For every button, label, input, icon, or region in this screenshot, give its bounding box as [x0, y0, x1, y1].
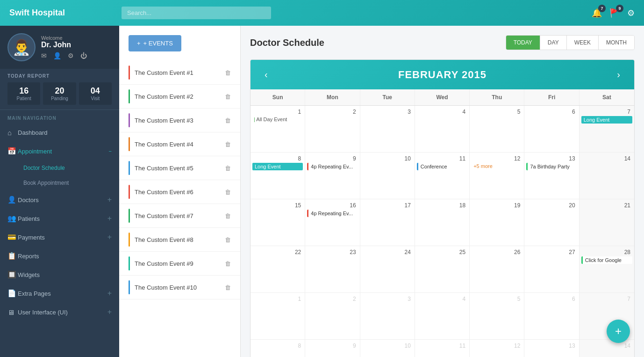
sidebar-item-payments[interactable]: 💳 Payments +: [0, 228, 119, 247]
cal-cell-feb5[interactable]: 5: [470, 106, 524, 153]
cal-cell-mar11[interactable]: 11: [415, 340, 470, 357]
email-icon[interactable]: ✉: [41, 52, 47, 59]
event-google[interactable]: Click for Google: [581, 256, 632, 264]
event-delete-icon[interactable]: 🗑: [225, 212, 231, 219]
notifications-bell[interactable]: 🔔 7: [592, 8, 602, 18]
event-delete-icon[interactable]: 🗑: [225, 141, 231, 148]
profile-icon[interactable]: 👤: [53, 52, 61, 59]
event-delete-icon[interactable]: 🗑: [225, 284, 231, 291]
cal-cell-feb8[interactable]: 8 Long Event: [250, 153, 305, 199]
event-repeating-9[interactable]: 4p Repeating Ev...: [307, 163, 358, 170]
today-report: TODAY REPORT 16 Patient 20 Panding 04 Vi…: [0, 69, 119, 110]
search-box[interactable]: [122, 7, 271, 19]
logout-icon[interactable]: ⏻: [80, 52, 87, 59]
event-delete-icon[interactable]: 🗑: [225, 165, 231, 172]
event-repeating-16[interactable]: 4p Repeating Ev...: [307, 210, 358, 217]
event-delete-icon[interactable]: 🗑: [225, 117, 231, 124]
sidebar-label-doctor-schedule: Doctor Schedule: [23, 165, 65, 171]
event-delete-icon[interactable]: 🗑: [225, 69, 231, 76]
sidebar-item-dashboard[interactable]: ⌂ Dashboard: [0, 124, 119, 142]
sidebar-item-widgets[interactable]: 🔲 Widgets: [0, 265, 119, 284]
cal-cell-feb24[interactable]: 24: [360, 246, 415, 293]
date-7: 7: [581, 108, 632, 116]
view-btn-week[interactable]: WEEK: [567, 36, 599, 50]
cal-cell-feb6[interactable]: 6: [524, 106, 579, 153]
cal-cell-mar10[interactable]: 10: [360, 340, 415, 357]
cal-cell-feb26[interactable]: 26: [470, 246, 524, 293]
event-allday[interactable]: All Day Event: [252, 116, 303, 123]
next-month-button[interactable]: ›: [612, 67, 625, 82]
calendar-month-header: ‹ FEBRUARY 2015 ›: [250, 60, 634, 89]
cal-cell-feb9[interactable]: 9 4p Repeating Ev...: [305, 153, 360, 199]
cal-cell-feb13[interactable]: 13 7a Birthday Party: [524, 153, 579, 199]
cal-cell-mar6[interactable]: 6: [524, 293, 579, 340]
cal-cell-mar8[interactable]: 8: [250, 340, 305, 357]
cal-cell-mar4[interactable]: 4: [415, 293, 470, 340]
cal-cell-feb27[interactable]: 27: [524, 246, 579, 293]
cal-cell-feb16[interactable]: 16 4p Repeating Ev...: [305, 199, 360, 246]
event-delete-icon[interactable]: 🗑: [225, 260, 231, 267]
sidebar-item-patients[interactable]: 👥 Patients +: [0, 209, 119, 228]
sidebar-item-reports[interactable]: 📋 Reports: [0, 247, 119, 265]
cal-cell-mar1[interactable]: 1: [250, 293, 305, 340]
cal-cell-feb21[interactable]: 21: [580, 199, 634, 246]
sidebar-item-book-appointment[interactable]: Book Appointment: [0, 175, 119, 190]
event-color-bar: [129, 89, 130, 103]
event-birthday[interactable]: 7a Birthday Party: [526, 163, 577, 170]
view-btn-today[interactable]: TODAY: [506, 36, 540, 50]
add-events-button[interactable]: + + EVENTS: [129, 35, 181, 51]
flag-badge: 9: [616, 5, 623, 12]
event-long-event-7[interactable]: Long Event: [581, 116, 632, 124]
flag-icon[interactable]: 🚩 9: [609, 8, 620, 18]
event-delete-icon[interactable]: 🗑: [225, 236, 231, 243]
cal-cell-feb20[interactable]: 20: [524, 199, 579, 246]
more-events-12[interactable]: +5 more: [472, 163, 522, 169]
cal-cell-mar12[interactable]: 12: [470, 340, 524, 357]
sidebar-item-user-interface[interactable]: 🖥 User Interface (UI) +: [0, 303, 119, 321]
settings-user-icon[interactable]: ⚙: [68, 52, 74, 59]
cal-cell-feb17[interactable]: 17: [360, 199, 415, 246]
cal-cell-feb11[interactable]: 11 Conference: [415, 153, 470, 199]
cal-cell-mar14[interactable]: 14: [580, 340, 634, 357]
cal-cell-feb1[interactable]: 1 All Day Event: [250, 106, 305, 153]
cal-cell-feb12[interactable]: 12 +5 more: [470, 153, 524, 199]
cal-cell-feb14[interactable]: 14: [580, 153, 634, 199]
cal-cell-feb15[interactable]: 15: [250, 199, 305, 246]
fab-button[interactable]: +: [607, 320, 630, 343]
sidebar-item-extra-pages[interactable]: 📄 Extra Pages +: [0, 284, 119, 303]
cal-cell-feb25[interactable]: 25: [415, 246, 470, 293]
cal-cell-mar5[interactable]: 5: [470, 293, 524, 340]
event-delete-icon[interactable]: 🗑: [225, 93, 231, 100]
cal-cell-mar2[interactable]: 2: [305, 293, 360, 340]
cal-cell-feb28[interactable]: 28 Click for Google: [580, 246, 634, 293]
cal-cell-feb18[interactable]: 18: [415, 199, 470, 246]
day-fri: Fri: [524, 89, 579, 105]
cal-cell-feb23[interactable]: 23: [305, 246, 360, 293]
sidebar-item-appointment[interactable]: 📅 Appointment −: [0, 142, 119, 160]
cal-cell-feb19[interactable]: 19: [470, 199, 524, 246]
event-conference[interactable]: Conference: [417, 163, 467, 170]
date-18: 18: [417, 201, 467, 210]
cal-cell-feb2[interactable]: 2: [305, 106, 360, 153]
search-input[interactable]: [122, 7, 271, 19]
cal-cell-feb4[interactable]: 4: [415, 106, 470, 153]
cal-cell-feb22[interactable]: 22: [250, 246, 305, 293]
cal-cell-mar3[interactable]: 3: [360, 293, 415, 340]
view-btn-day[interactable]: DAY: [540, 36, 567, 50]
event-delete-icon[interactable]: 🗑: [225, 189, 231, 196]
event-long-event-8[interactable]: Long Event: [252, 163, 303, 170]
cal-cell-feb7[interactable]: 7 Long Event: [580, 106, 634, 153]
sidebar-item-doctor-schedule[interactable]: Doctor Schedule: [0, 160, 119, 175]
view-btn-month[interactable]: MONTH: [599, 36, 634, 50]
cal-cell-mar9[interactable]: 9: [305, 340, 360, 357]
sidebar-item-doctors[interactable]: 👤 Doctors +: [0, 190, 119, 209]
prev-month-button[interactable]: ‹: [260, 67, 272, 82]
visit-label: Visit: [81, 96, 110, 101]
date-22: 22: [252, 248, 303, 256]
event-color-bar: [129, 233, 130, 247]
cal-cell-mar13[interactable]: 13: [524, 340, 579, 357]
settings-icon[interactable]: ⚙: [627, 8, 635, 18]
cal-cell-feb10[interactable]: 10: [360, 153, 415, 199]
cal-cell-feb3[interactable]: 3: [360, 106, 415, 153]
day-wed: Wed: [415, 89, 470, 105]
